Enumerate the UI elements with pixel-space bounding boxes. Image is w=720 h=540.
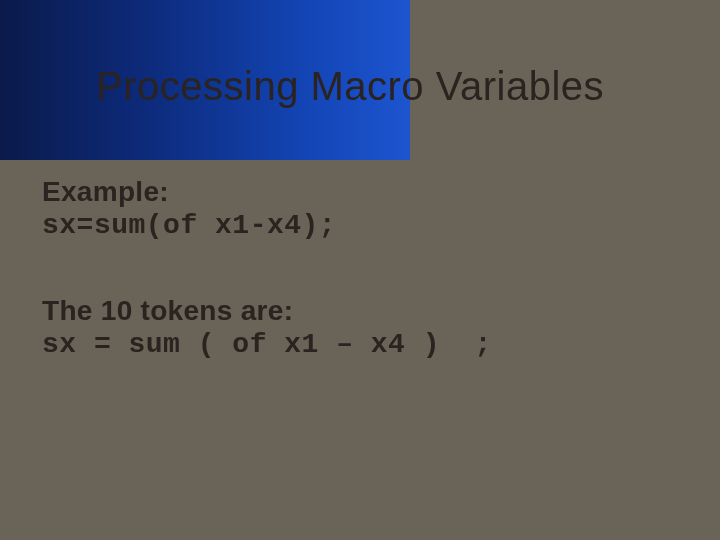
slide-title: Processing Macro Variables	[96, 64, 604, 109]
example-code: sx=sum(of x1-x4);	[42, 210, 678, 241]
example-label: Example:	[42, 176, 678, 208]
tokens-label: The 10 tokens are:	[42, 295, 678, 327]
spacer	[42, 241, 678, 289]
slide: Processing Macro Variables Example: sx=s…	[0, 0, 720, 540]
tokens-code: sx = sum ( of x1 – x4 ) ;	[42, 329, 678, 360]
slide-body: Example: sx=sum(of x1-x4); The 10 tokens…	[42, 170, 678, 360]
